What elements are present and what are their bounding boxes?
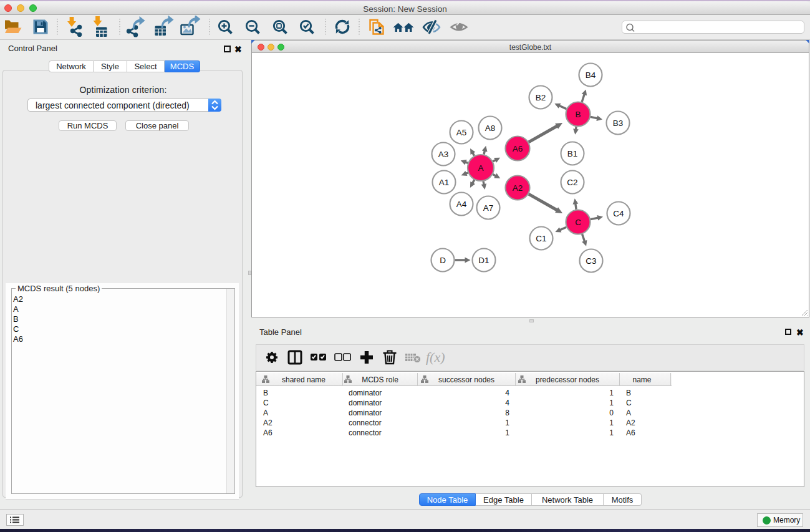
svg-text:B1: B1: [567, 149, 578, 158]
svg-text:A6: A6: [513, 144, 523, 153]
svg-text:B2: B2: [536, 93, 546, 102]
svg-text:C1: C1: [536, 234, 546, 243]
svg-text:C: C: [575, 218, 581, 227]
svg-text:A1: A1: [439, 178, 450, 187]
svg-text:C2: C2: [567, 178, 577, 187]
svg-text:A: A: [478, 163, 483, 173]
svg-text:A2: A2: [513, 183, 523, 193]
svg-text:A5: A5: [456, 128, 467, 137]
svg-text:C3: C3: [586, 256, 596, 266]
svg-text:B: B: [575, 110, 581, 119]
svg-text:D: D: [440, 256, 446, 265]
svg-text:B3: B3: [613, 118, 624, 128]
svg-text:D1: D1: [478, 256, 489, 265]
svg-text:A8: A8: [485, 123, 496, 133]
svg-text:A4: A4: [456, 200, 467, 209]
svg-text:B4: B4: [586, 70, 596, 80]
svg-text:A7: A7: [483, 203, 494, 213]
svg-text:f(x): f(x): [426, 349, 445, 365]
svg-text:A3: A3: [438, 150, 449, 159]
svg-text:C4: C4: [613, 209, 624, 218]
